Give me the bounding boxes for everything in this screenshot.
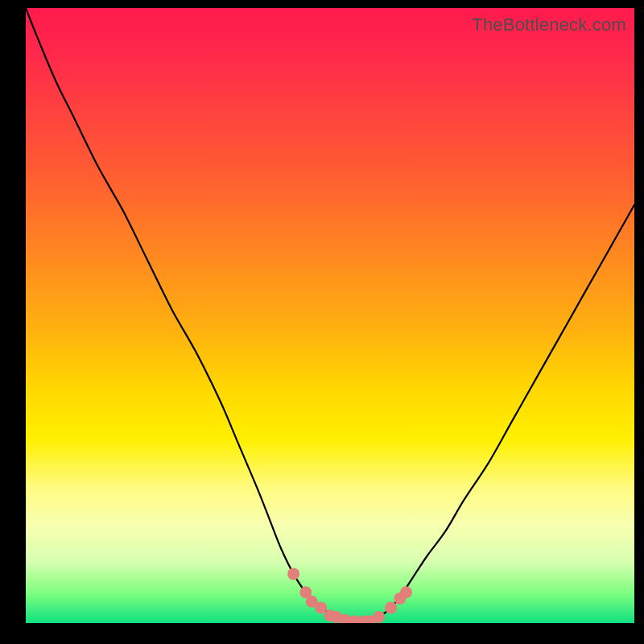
curve-marker (315, 601, 327, 613)
bottleneck-curve (26, 8, 634, 621)
curve-marker (385, 601, 397, 613)
chart-frame: TheBottleneck.com (0, 0, 644, 644)
plot-area: TheBottleneck.com (26, 8, 634, 623)
curve-marker (287, 568, 299, 580)
curve-marker (400, 586, 412, 598)
curve-markers (287, 568, 412, 623)
bottleneck-curve-svg (26, 8, 634, 623)
curve-marker (373, 611, 385, 623)
